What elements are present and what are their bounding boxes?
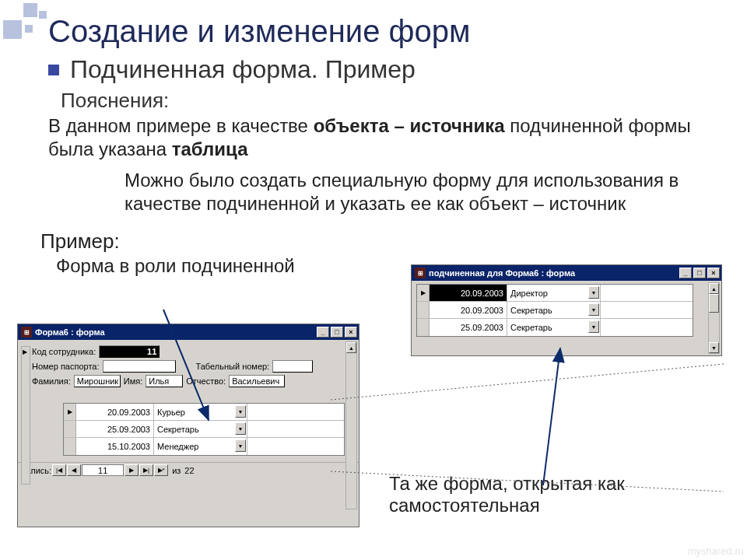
cell-date[interactable]: 20.09.2003 [430,285,507,301]
close-button[interactable]: × [707,268,720,278]
nav-next-button[interactable]: ▶ [124,464,139,476]
label-patronymic: Отчество: [186,376,226,386]
minimize-button[interactable]: _ [317,327,329,338]
cell-role[interactable]: ▼ [154,404,247,420]
row-selector[interactable]: ▶ [417,285,430,301]
table-row[interactable]: ▶ 20.09.2003 ▼ [417,285,693,302]
role-input[interactable] [154,404,247,420]
record-selector[interactable] [21,346,30,485]
role-input[interactable] [154,421,247,437]
role-input[interactable] [507,285,600,301]
cell-date[interactable]: 25.09.2003 [76,421,154,437]
watermark: myshared.ru [688,545,744,557]
passport-field[interactable] [103,360,176,373]
form-icon: ⊞ [21,327,32,338]
cell-role[interactable]: ▼ [507,285,601,301]
subform-table: ▶ 20.09.2003 ▼ 20.09.2003 ▼ 25.09.2003 ▼ [416,284,693,337]
recnav-of: из [172,466,181,475]
window-title: подчиненная для Форма6 : форма [429,268,678,278]
nav-last-button[interactable]: ▶| [139,464,153,476]
table-row[interactable]: 25.09.2003 ▼ [417,319,693,336]
lastname-field[interactable]: Мирошник [74,375,121,387]
cell-role[interactable]: ▼ [154,421,247,437]
firstname-field[interactable]: Илья [146,375,183,387]
row-selector[interactable] [417,319,430,336]
subform-body: ▶ 20.09.2003 ▼ 20.09.2003 ▼ 25.09.2003 ▼ [412,281,721,340]
tabnum-field[interactable] [272,360,313,373]
role-input[interactable] [154,438,247,455]
paragraph-2: Можно было создать специальную форму для… [0,161,747,215]
main-form-window: ⊞ Форма6 : форма _ □ × Код сотрудника: 1… [17,324,359,527]
form-body: Код сотрудника: 11 Номер паспорта: Табел… [18,340,359,462]
dropdown-icon[interactable]: ▼ [235,422,246,435]
dropdown-icon[interactable]: ▼ [588,303,599,316]
nav-first-button[interactable]: |◀ [52,464,66,476]
recnav-total: 22 [184,466,194,475]
cell-date[interactable]: 20.09.2003 [430,302,507,318]
nav-current-field[interactable]: 11 [82,464,124,476]
scroll-up-icon[interactable]: ▲ [346,342,356,353]
bullet-icon [48,65,59,75]
row-selector[interactable] [64,421,76,437]
table-row[interactable]: 15.10.2003 ▼ [64,438,344,455]
label-tabnum: Табельный номер: [196,362,270,371]
cell-empty[interactable] [247,404,344,420]
label-firstname: Имя: [124,376,142,386]
page-title: Создание и изменение форм [0,0,747,49]
cell-role[interactable]: ▼ [507,302,601,318]
row-selector[interactable] [64,438,76,455]
dropdown-icon[interactable]: ▼ [588,286,599,299]
scroll-down-icon[interactable]: ▼ [709,342,719,353]
svg-line-1 [543,348,560,485]
subtitle: Подчиненная форма. Пример [70,55,416,84]
scroll-thumb[interactable] [709,294,719,313]
maximize-button[interactable]: □ [331,327,343,338]
caption-standalone: Та же форма, открытая как самостоятельна… [389,473,685,516]
cell-role[interactable]: ▼ [154,438,247,455]
patronymic-field[interactable]: Васильевич [229,375,285,387]
label-lastname: Фамилия: [32,376,71,386]
cell-date[interactable]: 20.09.2003 [76,404,154,420]
role-input[interactable] [507,302,600,318]
close-button[interactable]: × [345,327,357,338]
table-row[interactable]: ▶ 20.09.2003 ▼ [64,404,344,421]
cell-role[interactable]: ▼ [507,319,601,336]
scroll-up-icon[interactable]: ▲ [709,283,719,294]
role-input[interactable] [507,319,600,336]
cell-empty[interactable] [601,319,693,336]
subform-window: ⊞ подчиненная для Форма6 : форма _ □ × ▶… [411,264,722,356]
code-field[interactable]: 11 [99,345,160,358]
row-selector[interactable]: ▶ [64,404,76,420]
titlebar[interactable]: ⊞ Форма6 : форма _ □ × [18,324,359,340]
label-passport: Номер паспорта: [32,362,100,371]
svg-line-2 [331,364,724,400]
vertical-scrollbar[interactable]: ▲ [345,341,357,509]
dropdown-icon[interactable]: ▼ [235,439,246,452]
cell-empty[interactable] [601,302,693,318]
dropdown-icon[interactable]: ▼ [588,320,599,333]
record-navigator: Запись: |◀ ◀ 11 ▶ ▶| ▶* из 22 [18,462,359,478]
cell-date[interactable]: 25.09.2003 [430,319,507,336]
window-title: Форма6 : форма [35,327,315,337]
nav-prev-button[interactable]: ◀ [67,464,81,476]
subform-table: ▶ 20.09.2003 ▼ 25.09.2003 ▼ 15.10.2003 ▼ [63,403,345,456]
subtitle-row: Подчиненная форма. Пример [0,49,747,84]
row-selector[interactable] [417,302,430,318]
paragraph-1: В данном примере в качестве объекта – ис… [0,113,747,161]
cell-empty[interactable] [601,285,693,301]
dropdown-icon[interactable]: ▼ [235,405,246,418]
minimize-button[interactable]: _ [679,268,692,278]
cell-date[interactable]: 15.10.2003 [76,438,154,455]
explain-label: Пояснения: [0,84,747,113]
example-label: Пример: [0,215,747,254]
titlebar[interactable]: ⊞ подчиненная для Форма6 : форма _ □ × [412,265,721,281]
vertical-scrollbar[interactable]: ▲ ▼ [708,282,720,354]
label-code: Код сотрудника: [32,347,96,356]
decorative-squares [3,3,53,34]
table-row[interactable]: 25.09.2003 ▼ [64,421,344,438]
maximize-button[interactable]: □ [693,268,706,278]
nav-new-button[interactable]: ▶* [154,464,168,476]
cell-empty[interactable] [247,438,344,455]
table-row[interactable]: 20.09.2003 ▼ [417,302,693,319]
cell-empty[interactable] [247,421,344,437]
